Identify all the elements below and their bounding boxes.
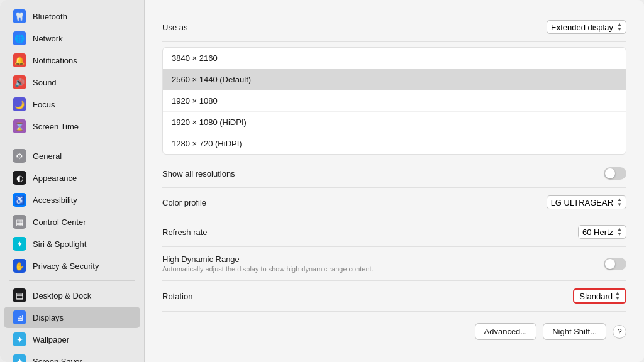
sidebar-label-screentime: Screen Time: [33, 122, 79, 131]
use-as-row: Use as Extended display ▲ ▼: [162, 13, 626, 42]
sidebar-item-notifications[interactable]: 🔔Notifications: [4, 50, 140, 71]
sidebar-label-siri: Siri & Spotlight: [33, 239, 86, 249]
sound-icon: 🔊: [13, 75, 26, 89]
night-shift-button[interactable]: Night Shift...: [543, 323, 606, 340]
sidebar-label-network: Network: [33, 34, 63, 43]
sidebar-label-notifications: Notifications: [33, 56, 77, 65]
accessibility-icon: ♿: [13, 193, 26, 207]
use-as-label: Use as: [162, 23, 187, 32]
resolution-item-4[interactable]: 1280 × 720 (HiDPI): [163, 133, 626, 154]
sidebar-label-general: General: [33, 151, 62, 161]
screensaver-icon: ✦: [13, 354, 26, 362]
rotation-stepper[interactable]: Standard ▲ ▼: [573, 288, 626, 304]
sidebar-item-desktopanddock[interactable]: ▤Desktop & Dock: [4, 285, 140, 306]
sidebar-label-focus: Focus: [33, 100, 55, 109]
stepper-arrows-refresh: ▲ ▼: [617, 227, 622, 237]
general-icon: ⚙: [13, 149, 26, 163]
screentime-icon: ⌛: [13, 119, 26, 133]
sidebar-label-displays: Displays: [33, 313, 64, 322]
hdr-toggle[interactable]: [604, 258, 626, 270]
main-content: Use as Extended display ▲ ▼ 3840 × 21602…: [145, 0, 644, 362]
show-all-toggle[interactable]: [604, 167, 626, 180]
rotation-row: Rotation Standard ▲ ▼: [162, 281, 626, 312]
hdr-row: High Dynamic Range Automatically adjust …: [162, 247, 626, 281]
focus-icon: 🌙: [13, 97, 26, 111]
sidebar-item-general[interactable]: ⚙General: [4, 145, 140, 167]
sidebar-item-siri[interactable]: ✦Siri & Spotlight: [4, 233, 140, 255]
sidebar-item-network[interactable]: 🌐Network: [4, 28, 140, 49]
use-as-stepper[interactable]: Extended display ▲ ▼: [547, 20, 626, 34]
sidebar: 🦷Bluetooth🌐Network🔔Notifications🔊Sound🌙F…: [0, 0, 145, 362]
refresh-rate-value: 60 Hertz: [582, 228, 613, 237]
notifications-icon: 🔔: [13, 53, 26, 67]
content-panel: Use as Extended display ▲ ▼ 3840 × 21602…: [145, 0, 644, 355]
sidebar-item-appearance[interactable]: ◐Appearance: [4, 167, 140, 189]
color-profile-value: LG ULTRAGEAR: [551, 198, 613, 207]
color-profile-label: Color profile: [162, 198, 206, 207]
desktopanddock-icon: ▤: [13, 288, 26, 302]
refresh-rate-label: Refresh rate: [162, 228, 208, 237]
controlcenter-icon: ▦: [13, 215, 26, 229]
stepper-arrows-color: ▲ ▼: [617, 197, 622, 207]
advanced-button[interactable]: Advanced...: [475, 323, 537, 340]
sidebar-item-accessibility[interactable]: ♿Accessibility: [4, 189, 140, 211]
stepper-arrows-rotation: ▲ ▼: [615, 291, 620, 301]
wallpaper-icon: ✦: [13, 332, 26, 346]
sidebar-item-sound[interactable]: 🔊Sound: [4, 72, 140, 93]
siri-icon: ✦: [13, 237, 26, 251]
sidebar-item-screentime[interactable]: ⌛Screen Time: [4, 116, 140, 137]
bottom-buttons: Advanced... Night Shift... ?: [162, 314, 626, 343]
show-all-label: Show all resolutions: [162, 169, 235, 178]
network-icon: 🌐: [13, 31, 26, 45]
show-all-row: Show all resolutions: [162, 160, 626, 188]
sidebar-item-displays[interactable]: 🖥Displays: [4, 307, 140, 328]
bluetooth-icon: 🦷: [13, 9, 26, 23]
sidebar-item-focus[interactable]: 🌙Focus: [4, 94, 140, 115]
appearance-icon: ◐: [13, 171, 26, 185]
sidebar-item-screensaver[interactable]: ✦Screen Saver: [4, 351, 140, 362]
color-profile-stepper[interactable]: LG ULTRAGEAR ▲ ▼: [547, 195, 626, 209]
resolution-item-0[interactable]: 3840 × 2160: [163, 48, 626, 69]
resolution-list: 3840 × 21602560 × 1440 (Default)1920 × 1…: [162, 47, 626, 155]
rotation-value: Standard: [579, 292, 613, 301]
sidebar-label-desktopanddock: Desktop & Dock: [33, 291, 91, 300]
hdr-label: High Dynamic Range: [162, 255, 374, 264]
sidebar-label-controlcenter: Control Center: [33, 217, 86, 227]
sidebar-divider-privacy: [9, 280, 135, 281]
help-button[interactable]: ?: [613, 325, 626, 339]
sidebar-item-controlcenter[interactable]: ▦Control Center: [4, 211, 140, 233]
sidebar-label-wallpaper: Wallpaper: [33, 335, 69, 344]
sidebar-label-screensaver: Screen Saver: [33, 357, 82, 363]
system-preferences-window: 🦷Bluetooth🌐Network🔔Notifications🔊Sound🌙F…: [0, 0, 644, 362]
sidebar-item-wallpaper[interactable]: ✦Wallpaper: [4, 329, 140, 350]
resolution-item-1[interactable]: 2560 × 1440 (Default): [163, 69, 626, 90]
use-as-value: Extended display: [551, 23, 613, 32]
sidebar-label-appearance: Appearance: [33, 173, 77, 183]
hdr-label-group: High Dynamic Range Automatically adjust …: [162, 255, 374, 273]
hdr-sublabel: Automatically adjust the display to show…: [162, 265, 374, 273]
displays-icon: 🖥: [13, 310, 26, 324]
color-profile-row: Color profile LG ULTRAGEAR ▲ ▼: [162, 188, 626, 217]
sidebar-label-bluetooth: Bluetooth: [33, 12, 67, 21]
sidebar-item-privacy[interactable]: ✋Privacy & Security: [4, 255, 140, 277]
sidebar-label-sound: Sound: [33, 78, 57, 87]
refresh-rate-row: Refresh rate 60 Hertz ▲ ▼: [162, 217, 626, 247]
sidebar-label-privacy: Privacy & Security: [33, 261, 99, 271]
sidebar-item-bluetooth[interactable]: 🦷Bluetooth: [4, 6, 140, 27]
resolution-item-2[interactable]: 1920 × 1080: [163, 90, 626, 112]
privacy-icon: ✋: [13, 259, 26, 273]
resolution-item-3[interactable]: 1920 × 1080 (HiDPI): [163, 112, 626, 133]
rotation-label: Rotation: [162, 292, 192, 301]
stepper-arrows-use-as: ▲ ▼: [617, 22, 622, 32]
sidebar-label-accessibility: Accessibility: [33, 195, 77, 205]
refresh-rate-stepper[interactable]: 60 Hertz ▲ ▼: [578, 225, 626, 239]
sidebar-divider-screentime: [9, 141, 135, 141]
